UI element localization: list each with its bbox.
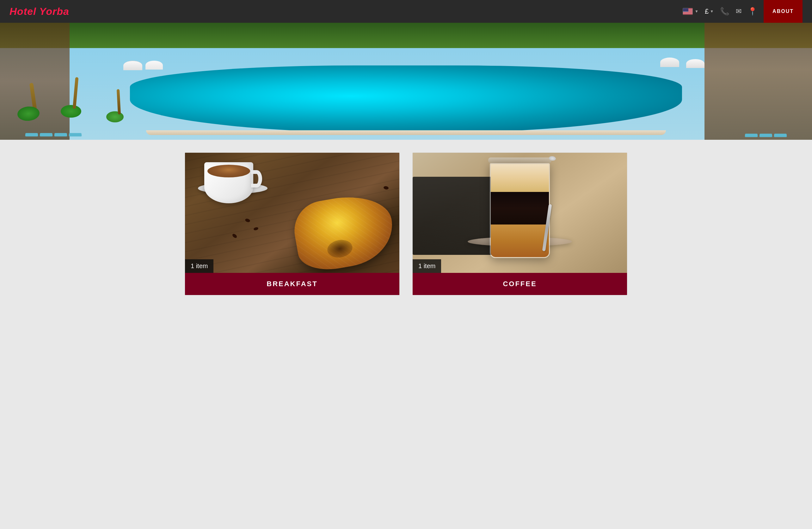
coffee-badge: 1 item	[412, 259, 441, 273]
breakfast-image: 1 item	[185, 153, 400, 273]
chevron-down-icon: ▼	[710, 9, 714, 14]
currency-symbol: £	[705, 7, 709, 15]
currency-selector[interactable]: £ ▼	[705, 7, 714, 15]
language-selector[interactable]: ▼	[683, 8, 698, 15]
chevron-down-icon: ▼	[695, 9, 698, 14]
location-icon[interactable]: 📍	[748, 7, 757, 16]
nav-right: ▼ £ ▼ 📞 ✉ 📍 ABOUT	[683, 0, 802, 23]
cards-grid: 1 item BREAKFAST	[185, 152, 627, 295]
hero-banner	[0, 23, 812, 140]
coffee-image: 1 item	[412, 153, 627, 273]
breakfast-badge: 1 item	[185, 259, 214, 273]
phone-icon[interactable]: 📞	[720, 7, 729, 16]
flag-icon	[683, 8, 693, 15]
main-content: 1 item BREAKFAST	[0, 140, 812, 314]
navbar: Hotel Yorba ▼ £ ▼ 📞 ✉ 📍 ABOUT	[0, 0, 812, 23]
coffee-button[interactable]: COFFEE	[412, 273, 627, 295]
breakfast-card: 1 item BREAKFAST	[185, 152, 400, 295]
logo[interactable]: Hotel Yorba	[10, 6, 69, 17]
coffee-card: 1 item COFFEE	[412, 152, 627, 295]
about-button[interactable]: ABOUT	[764, 0, 802, 23]
email-icon[interactable]: ✉	[736, 7, 741, 15]
breakfast-button[interactable]: BREAKFAST	[185, 273, 400, 295]
